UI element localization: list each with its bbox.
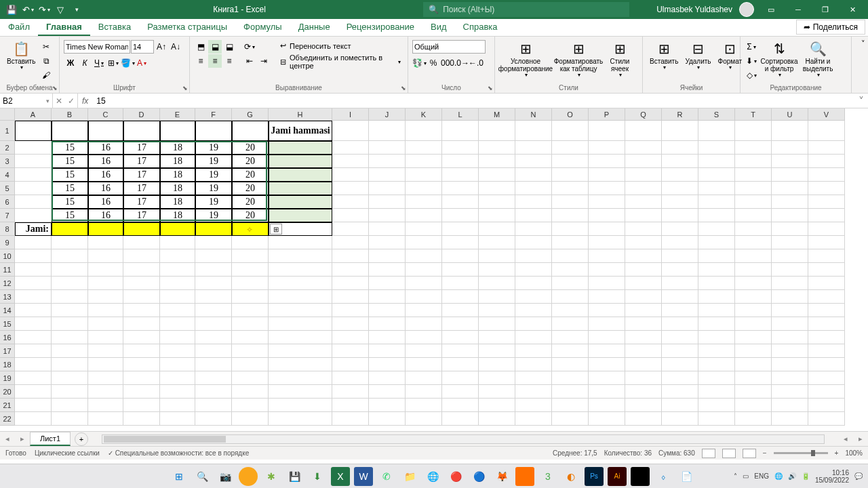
cell[interactable]: [269, 263, 332, 277]
cell[interactable]: [195, 121, 232, 141]
cell[interactable]: [406, 121, 442, 141]
cell[interactable]: 19: [195, 209, 232, 222]
cell[interactable]: 17: [123, 195, 160, 209]
cell[interactable]: [232, 290, 269, 304]
cell[interactable]: [332, 236, 369, 249]
cell-styles-button[interactable]: ⊞ Стили ячеек▾: [605, 40, 635, 80]
battery-icon[interactable]: 🔋: [802, 472, 810, 480]
cell[interactable]: [515, 195, 552, 209]
cell[interactable]: [772, 399, 808, 412]
cell[interactable]: 15: [52, 155, 88, 168]
italic-button[interactable]: К: [78, 56, 92, 70]
search-input[interactable]: [443, 5, 624, 14]
cell[interactable]: [52, 399, 88, 412]
cell[interactable]: [625, 168, 662, 182]
cancel-formula-icon[interactable]: ✕: [56, 96, 62, 106]
cell[interactable]: [442, 304, 479, 317]
cell[interactable]: [332, 141, 369, 155]
cell[interactable]: 17: [123, 209, 160, 222]
cell[interactable]: [808, 236, 845, 249]
cell[interactable]: [515, 168, 552, 182]
avatar[interactable]: [739, 2, 754, 17]
cell[interactable]: [406, 236, 442, 249]
cell[interactable]: [406, 277, 442, 290]
cell[interactable]: [123, 222, 160, 236]
cell[interactable]: [88, 344, 123, 358]
cell[interactable]: [232, 304, 269, 317]
cell[interactable]: [269, 195, 332, 209]
accounting-icon[interactable]: 💱▾: [412, 56, 426, 70]
app-icon-8[interactable]: [631, 467, 650, 486]
redo-icon[interactable]: ↷▾: [38, 3, 50, 16]
cell[interactable]: [123, 236, 160, 249]
format-painter-icon[interactable]: 🖌: [39, 68, 53, 82]
row-header[interactable]: 16: [0, 331, 15, 344]
horizontal-scrollbar[interactable]: [102, 434, 825, 444]
cell[interactable]: 15: [52, 182, 88, 195]
cell[interactable]: [52, 263, 88, 277]
cell[interactable]: 16: [88, 209, 123, 222]
cell[interactable]: [808, 331, 845, 344]
app-icon-7[interactable]: 3: [538, 467, 557, 486]
sheet-nav-next[interactable]: ▸: [15, 434, 30, 443]
row-header[interactable]: 22: [0, 412, 15, 426]
cell[interactable]: [698, 209, 735, 222]
row-header[interactable]: 7: [0, 209, 15, 222]
cell[interactable]: [15, 141, 52, 155]
cell[interactable]: [662, 182, 698, 195]
cell[interactable]: 16: [88, 141, 123, 155]
cell[interactable]: [735, 168, 772, 182]
cell[interactable]: [332, 385, 369, 399]
cell[interactable]: [479, 277, 515, 290]
cell[interactable]: [515, 385, 552, 399]
cell[interactable]: [552, 385, 589, 399]
cell[interactable]: [808, 182, 845, 195]
cell[interactable]: [589, 141, 625, 155]
cell[interactable]: [698, 344, 735, 358]
cell[interactable]: Jami hammasi: [269, 121, 332, 141]
vscode-icon[interactable]: ⬨: [654, 467, 673, 486]
cell[interactable]: 15: [52, 168, 88, 182]
cell[interactable]: [88, 412, 123, 426]
cell[interactable]: [52, 304, 88, 317]
font-name-select[interactable]: [64, 40, 130, 54]
cell[interactable]: [662, 358, 698, 371]
col-header[interactable]: C: [88, 108, 123, 121]
cell[interactable]: [406, 182, 442, 195]
cell[interactable]: [160, 249, 195, 263]
cell[interactable]: [662, 304, 698, 317]
cell[interactable]: [479, 182, 515, 195]
cell[interactable]: [369, 168, 406, 182]
cell[interactable]: [15, 317, 52, 331]
cell[interactable]: [772, 290, 808, 304]
sheet-tab[interactable]: Лист1: [30, 432, 71, 446]
cell[interactable]: [15, 263, 52, 277]
decrease-indent-icon[interactable]: ⇤: [243, 54, 256, 68]
cell[interactable]: [698, 399, 735, 412]
cell[interactable]: [515, 304, 552, 317]
app-icon-2[interactable]: ✱: [262, 467, 281, 486]
cell[interactable]: [195, 263, 232, 277]
cell[interactable]: [269, 358, 332, 371]
cell[interactable]: [123, 331, 160, 344]
zoom-out-icon[interactable]: −: [763, 449, 767, 457]
cell[interactable]: [515, 399, 552, 412]
cell[interactable]: 15: [52, 141, 88, 155]
cell[interactable]: [625, 155, 662, 168]
cell[interactable]: [625, 121, 662, 141]
fill-icon[interactable]: ⬇▾: [745, 54, 758, 68]
cell[interactable]: [232, 277, 269, 290]
number-launcher[interactable]: ⬊: [488, 85, 493, 92]
cell[interactable]: [160, 358, 195, 371]
zoom-slider[interactable]: [774, 452, 828, 454]
cell[interactable]: [332, 209, 369, 222]
cell[interactable]: [808, 263, 845, 277]
align-right-icon[interactable]: ≡: [222, 54, 236, 68]
sheet-area[interactable]: ABCDEFGHIJKLMNOPQRSTUV 12345678910111213…: [0, 108, 868, 431]
tab-файл[interactable]: Файл: [0, 19, 38, 36]
autosum-icon[interactable]: Σ▾: [745, 40, 758, 54]
cell[interactable]: [735, 385, 772, 399]
zoom-level[interactable]: 100%: [845, 449, 863, 457]
row-header[interactable]: 2: [0, 141, 15, 155]
cell[interactable]: [442, 358, 479, 371]
